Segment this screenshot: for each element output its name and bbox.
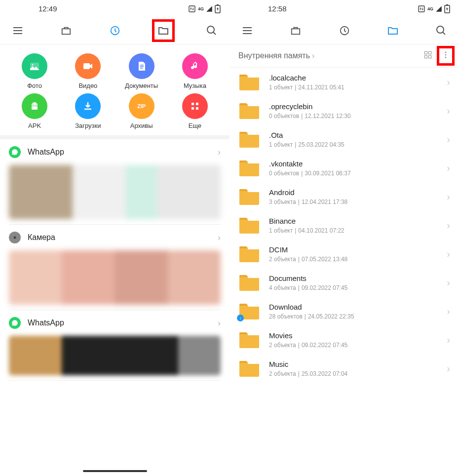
svg-rect-8 [83, 63, 90, 69]
folder-meta: 2 объекта|07.05.2022 13:48 [269, 256, 347, 263]
video-icon [75, 53, 101, 79]
category-music[interactable]: Музыка [168, 53, 222, 89]
svg-point-5 [207, 26, 214, 33]
chevron-right-icon: › [447, 220, 450, 231]
svg-rect-15 [196, 107, 198, 110]
svg-rect-3 [62, 29, 71, 34]
category-label: Музыка [184, 82, 206, 89]
tab-recent[interactable] [338, 24, 351, 38]
folder-meta: 2 объекта|09.02.2022 07:45 [269, 342, 347, 349]
folder-icon [238, 244, 260, 263]
folder-row[interactable]: Music 2 объекта|25.03.2022 07:04 › [230, 354, 459, 383]
svg-rect-13 [196, 103, 198, 105]
more-vert-icon[interactable] [441, 50, 450, 61]
folder-name: Documents [269, 274, 347, 282]
svg-point-10 [36, 104, 37, 105]
folder-name: Binance [269, 217, 344, 225]
view-grid-icon[interactable] [423, 50, 432, 61]
tab-briefcase[interactable] [289, 24, 303, 38]
signal-icon [435, 5, 442, 12]
battery-icon [215, 4, 221, 13]
folder-meta: 4 объекта|09.02.2022 07:45 [269, 284, 347, 291]
folder-row[interactable]: Android 3 объекта|12.04.2021 17:38 › [230, 182, 459, 211]
menu-icon[interactable] [240, 24, 254, 38]
category-label: Архивы [130, 122, 153, 129]
section-camera-1[interactable]: Камера › [0, 225, 230, 250]
chevron-right-icon: › [218, 318, 221, 328]
doc-icon [129, 53, 154, 79]
nfc-icon [418, 5, 425, 13]
category-grid: Фото Видео Документы Музыка APK Загрузки… [0, 44, 230, 135]
folder-icon [238, 216, 260, 235]
folder-row[interactable]: Documents 4 объекта|09.02.2022 07:45 › [230, 268, 459, 297]
category-label: Фото [27, 82, 42, 89]
folder-row[interactable]: DCIM 2 объекта|07.05.2022 13:48 › [230, 239, 459, 268]
category-label: Видео [78, 82, 97, 89]
category-more[interactable]: Еще [168, 93, 222, 129]
tab-folder[interactable] [386, 24, 400, 38]
category-apk[interactable]: APK [8, 93, 61, 129]
folder-name: .vkontakte [269, 159, 351, 168]
whatsapp-icon [9, 317, 21, 329]
folder-icon [238, 73, 260, 91]
tab-briefcase[interactable] [59, 24, 73, 38]
folder-row[interactable]: Movies 2 объекта|09.02.2022 07:45 › [230, 325, 459, 354]
svg-rect-19 [446, 4, 448, 5]
apk-icon [22, 93, 47, 119]
svg-rect-25 [424, 56, 427, 58]
section-preview[interactable] [9, 250, 221, 305]
status-time: 12:58 [268, 4, 287, 13]
category-photo[interactable]: Фото [8, 53, 61, 89]
folder-row[interactable]: .Ota 1 объект|25.03.2022 04:35 › [230, 125, 459, 154]
chevron-right-icon: › [447, 162, 450, 174]
divider [0, 135, 230, 139]
section-whatsapp-2[interactable]: WhatsApp › [0, 310, 230, 336]
folder-row[interactable]: ↓ Download 28 объектов|24.05.2022 22:35 … [230, 297, 459, 325]
category-download[interactable]: Загрузки [61, 93, 115, 129]
breadcrumb-path[interactable]: Внутренняя память [238, 51, 310, 60]
section-title: Камера [28, 233, 55, 242]
network-4g-icon: 4G [427, 6, 433, 11]
home-indicator[interactable] [83, 470, 147, 472]
category-label: Документы [125, 82, 158, 89]
svg-rect-11 [32, 106, 38, 110]
status-icons: 4G [418, 4, 450, 13]
whatsapp-icon [9, 146, 21, 158]
chevron-right-icon: › [218, 233, 221, 243]
folder-meta: 1 объект|24.11.2021 05:41 [269, 84, 344, 91]
folder-row[interactable]: .localcache 1 объект|24.11.2021 05:41 › [230, 68, 459, 96]
nfc-icon [188, 5, 196, 13]
camera-icon [9, 232, 21, 243]
download-badge-icon: ↓ [237, 315, 244, 321]
chevron-right-icon: › [447, 191, 450, 202]
folder-icon: ↓ [238, 302, 260, 320]
category-zip[interactable]: ZIP Архивы [115, 93, 168, 129]
search-icon[interactable] [434, 24, 448, 38]
folder-row[interactable]: .vkontakte 0 объектов|30.09.2021 06:37 › [230, 154, 459, 182]
section-preview[interactable] [9, 165, 221, 219]
divider [9, 380, 221, 381]
tab-folder[interactable] [156, 24, 170, 38]
svg-point-9 [33, 104, 34, 105]
menu-icon[interactable] [11, 24, 25, 38]
section-preview[interactable] [9, 336, 221, 375]
search-icon[interactable] [205, 24, 219, 38]
category-doc[interactable]: Документы [115, 53, 168, 89]
tab-recent[interactable] [108, 24, 122, 38]
category-label: Еще [189, 122, 201, 129]
folder-icon [238, 130, 260, 149]
music-icon [182, 53, 208, 79]
folder-icon [238, 159, 260, 177]
folder-row[interactable]: Binance 1 объект|04.10.2021 07:22 › [230, 211, 459, 239]
network-4g-icon: 4G [198, 6, 204, 11]
toolbar [230, 17, 459, 44]
folder-row[interactable]: .oprecyclebin 0 объектов|12.12.2021 12:3… [230, 96, 459, 125]
svg-point-29 [445, 57, 447, 58]
section-whatsapp-0[interactable]: WhatsApp › [0, 139, 230, 165]
chevron-right-icon: › [447, 363, 450, 374]
status-bar: 12:49 4G [0, 0, 230, 17]
svg-rect-24 [429, 51, 431, 54]
folder-name: .Ota [269, 131, 344, 139]
category-video[interactable]: Видео [61, 53, 115, 89]
folder-name: .localcache [269, 74, 344, 82]
